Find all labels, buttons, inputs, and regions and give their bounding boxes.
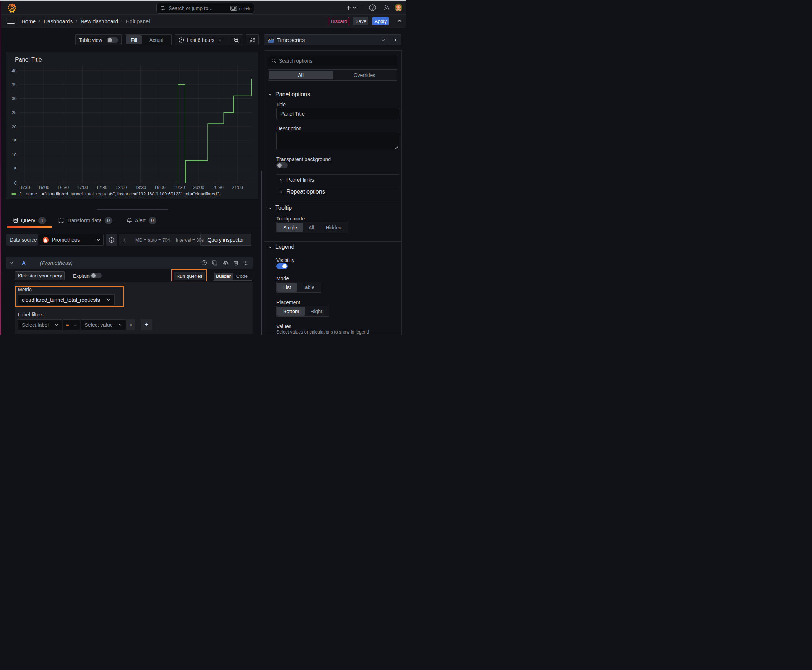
chevron-down-icon — [10, 261, 14, 265]
tooltip-section-header[interactable]: Tooltip — [268, 205, 292, 211]
apply-button[interactable]: Apply — [372, 17, 389, 25]
time-controls: Last 6 hours — [175, 34, 243, 46]
remove-label-filter-button[interactable]: × — [126, 319, 135, 330]
duplicate-query-icon[interactable] — [212, 260, 217, 266]
tooltip-mode-all[interactable]: All — [303, 223, 320, 232]
section-divider — [264, 203, 401, 203]
options-filter-overrides[interactable]: Overrides — [332, 71, 396, 80]
explain-toggle[interactable] — [90, 273, 102, 278]
delete-query-icon[interactable] — [234, 260, 239, 266]
query-row-header[interactable]: A (Prometheus) — [6, 257, 253, 269]
help-icon[interactable] — [369, 4, 376, 12]
time-series-chart[interactable]: 051015202530354015:3016:0016:3017:0017:3… — [7, 52, 258, 199]
legend-swatch — [12, 193, 17, 195]
svg-text:17:00: 17:00 — [77, 185, 88, 190]
refresh-icon — [250, 37, 255, 42]
tab-query[interactable]: Query 1 — [13, 215, 46, 226]
datasource-row: Data source Prometheus MD = auto = 704 I… — [6, 234, 258, 245]
description-textarea[interactable] — [276, 132, 399, 150]
add-label-filter-button[interactable]: + — [141, 319, 152, 330]
breadcrumb-home[interactable]: Home — [22, 18, 36, 24]
grafana-logo-icon[interactable] — [7, 3, 17, 12]
chevron-down-icon — [218, 38, 222, 42]
fill-actual-radio: Fill Actual — [125, 34, 172, 46]
fill-option[interactable]: Fill — [126, 36, 142, 44]
options-search-input[interactable]: Search options — [268, 55, 397, 66]
query-help-icon[interactable] — [201, 260, 207, 266]
legend-mode-list[interactable]: List — [278, 283, 297, 292]
actual-option[interactable]: Actual — [142, 36, 171, 44]
news-rss-icon[interactable] — [383, 4, 391, 11]
panel-title-input[interactable]: Panel Title — [276, 108, 399, 119]
legend-placement-right[interactable]: Right — [305, 307, 328, 316]
table-view-toggle-box: Table view — [75, 34, 122, 46]
chevron-down-icon — [352, 6, 356, 10]
panel-options-section-header[interactable]: Panel options — [268, 91, 310, 98]
chevron-right-icon: › — [76, 19, 77, 24]
zoom-out-icon — [234, 37, 239, 43]
time-range-picker[interactable]: Last 6 hours — [175, 35, 229, 45]
save-button[interactable]: Save — [353, 17, 368, 25]
legend-mode-table[interactable]: Table — [297, 283, 320, 292]
query-inspector-button[interactable]: Query inspector — [200, 234, 251, 245]
global-search-input[interactable]: Search or jump to... ctrl+k — [156, 3, 254, 14]
main-scrollbar-thumb[interactable] — [261, 171, 263, 335]
discard-button[interactable]: Discard — [329, 17, 349, 25]
editor-tabs: Query 1 Transform data 0 Alert 0 — [6, 215, 258, 228]
tab-alert[interactable]: Alert 0 — [127, 215, 156, 226]
chevron-down-icon — [268, 245, 272, 249]
visualization-picker[interactable]: Time series — [264, 35, 389, 45]
search-shortcut: ctrl+k — [239, 6, 250, 11]
repeat-options-section[interactable]: Repeat options — [279, 189, 325, 195]
visualization-picker-row: Time series — [264, 34, 401, 46]
search-placeholder: Search or jump to... — [169, 5, 230, 11]
query-row-datasource: (Prometheus) — [40, 260, 73, 266]
divider — [393, 17, 393, 25]
datasource-label: Data source — [7, 234, 37, 245]
builder-option[interactable]: Builder — [214, 273, 233, 279]
search-icon — [160, 6, 166, 11]
code-option[interactable]: Code — [233, 273, 251, 279]
options-filter-all[interactable]: All — [269, 71, 332, 80]
svg-text:21:00: 21:00 — [232, 185, 243, 190]
visualization-type: Time series — [277, 37, 378, 43]
panel-resize-handle[interactable] — [97, 209, 168, 210]
tooltip-mode-radio: Single All Hidden — [276, 222, 348, 233]
legend-section-header[interactable]: Legend — [268, 244, 294, 250]
max-data-points-stat: MD = auto = 704 — [135, 237, 170, 243]
tab-transform-data[interactable]: Transform data 0 — [58, 215, 112, 226]
refresh-button[interactable] — [246, 34, 259, 46]
tooltip-mode-hidden[interactable]: Hidden — [320, 223, 347, 232]
toggle-viz-picker-button[interactable] — [389, 35, 401, 45]
new-menu-button[interactable] — [346, 4, 357, 11]
drag-handle-icon[interactable] — [244, 260, 249, 266]
datasource-help-button[interactable] — [106, 234, 117, 245]
panel-links-section[interactable]: Panel links — [279, 177, 314, 183]
time-range-label: Last 6 hours — [187, 37, 214, 43]
options-filter-radio: All Overrides — [268, 69, 397, 81]
table-view-toggle[interactable] — [107, 37, 118, 43]
run-queries-button[interactable]: Run queries — [174, 272, 205, 280]
tooltip-mode-single[interactable]: Single — [278, 223, 303, 232]
kick-start-query-button[interactable]: Kick start your query — [15, 271, 65, 280]
plus-icon — [346, 5, 351, 10]
breadcrumb-dashboards[interactable]: Dashboards — [44, 18, 73, 24]
datasource-picker[interactable]: Prometheus — [39, 234, 104, 245]
label-filter-value-select[interactable]: Select value — [81, 319, 126, 330]
hide-query-icon[interactable] — [222, 260, 229, 266]
zoom-out-button[interactable] — [229, 35, 243, 45]
user-avatar[interactable] — [395, 3, 402, 12]
metric-select[interactable]: cloudflared_tunnel_total_requests — [18, 294, 115, 305]
legend-visibility-toggle[interactable] — [276, 264, 288, 269]
legend-placement-bottom[interactable]: Bottom — [278, 307, 305, 316]
chevron-up-icon[interactable] — [397, 19, 402, 24]
menu-toggle-icon[interactable] — [7, 19, 15, 24]
label-filter-label-select[interactable]: Select label — [18, 319, 62, 330]
label-filter-operator-select[interactable]: = — [63, 319, 80, 330]
interval-stat: Interval = 30s — [176, 237, 204, 243]
chevron-down-icon — [96, 238, 100, 242]
legend-series-label[interactable]: {__name__="cloudflared_tunnel_total_requ… — [19, 191, 220, 196]
breadcrumb-new-dashboard[interactable]: New dashboard — [81, 18, 118, 24]
window-left-edge — [0, 1, 1, 335]
transparent-background-toggle[interactable] — [276, 162, 288, 168]
